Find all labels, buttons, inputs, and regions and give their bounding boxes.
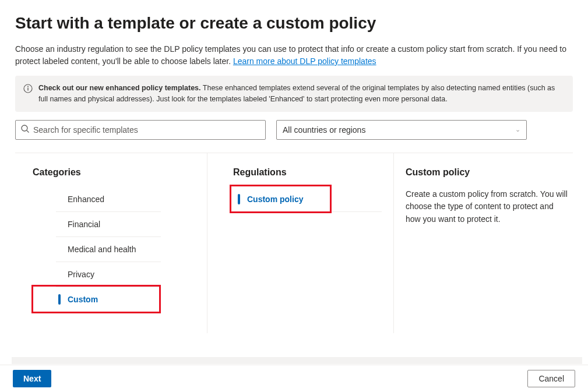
region-dropdown-value: All countries or regions	[283, 125, 365, 135]
categories-list: Enhanced Financial Medical and health Pr…	[56, 187, 161, 312]
info-icon	[23, 84, 33, 93]
next-button[interactable]: Next	[13, 370, 51, 387]
svg-line-4	[27, 130, 29, 133]
region-dropdown[interactable]: All countries or regions ⌄	[276, 120, 527, 140]
horizontal-scrollbar[interactable]	[12, 357, 582, 364]
detail-title: Custom policy	[406, 167, 573, 178]
regulations-list: Custom policy	[233, 187, 382, 212]
regulation-item-custom-policy[interactable]: Custom policy	[233, 187, 382, 212]
svg-point-1	[27, 86, 29, 87]
page-title: Start with a template or create a custom…	[15, 14, 573, 33]
category-item-privacy[interactable]: Privacy	[56, 262, 161, 287]
search-icon	[20, 124, 33, 136]
svg-rect-2	[27, 88, 28, 91]
search-box[interactable]	[15, 120, 266, 140]
search-input[interactable]	[33, 125, 260, 135]
chevron-down-icon: ⌄	[515, 126, 520, 133]
category-item-financial[interactable]: Financial	[56, 212, 161, 237]
categories-column: Categories Enhanced Financial Medical an…	[15, 153, 207, 333]
regulations-column: Regulations Custom policy	[219, 153, 394, 333]
category-item-enhanced[interactable]: Enhanced	[56, 187, 161, 212]
categories-heading: Categories	[33, 167, 195, 178]
detail-description: Create a custom policy from scratch. You…	[406, 188, 569, 226]
footer-bar: Next Cancel	[0, 365, 588, 392]
info-text: Check out our new enhanced policy templa…	[38, 83, 565, 105]
intro-paragraph: Choose an industry regulation to see the…	[15, 43, 573, 68]
cancel-button[interactable]: Cancel	[527, 370, 575, 387]
info-bold: Check out our new enhanced policy templa…	[38, 84, 201, 92]
svg-point-3	[22, 125, 27, 131]
info-banner: Check out our new enhanced policy templa…	[15, 76, 573, 112]
learn-more-link[interactable]: Learn more about DLP policy templates	[233, 56, 376, 66]
regulations-heading: Regulations	[233, 167, 382, 178]
category-item-medical[interactable]: Medical and health	[56, 237, 161, 262]
details-column: Custom policy Create a custom policy fro…	[394, 153, 573, 333]
category-item-custom[interactable]: Custom	[56, 287, 161, 312]
